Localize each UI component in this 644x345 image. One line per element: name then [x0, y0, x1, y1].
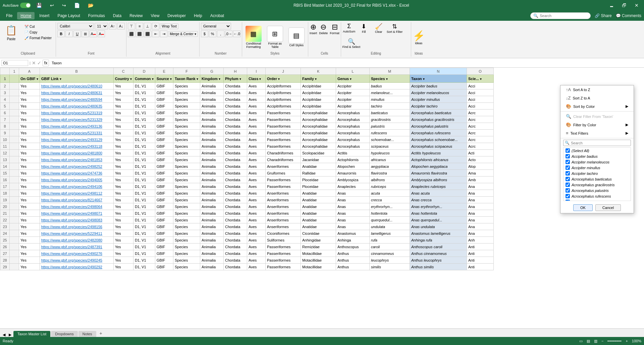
cell-r29-c12[interactable]: Anthus: [336, 264, 370, 270]
cell-r15-c10[interactable]: Gruiformes: [266, 170, 301, 177]
copy-button[interactable]: 📄 Copy: [23, 30, 53, 35]
cell-r21-c1[interactable]: Yes: [19, 210, 40, 217]
ribbon-search[interactable]: 🔍: [530, 12, 591, 19]
cell-r6-c15[interactable]: Acrc: [467, 110, 494, 116]
cell-r7-c5[interactable]: GBIF: [155, 116, 173, 123]
filter-search-box[interactable]: 🔍: [563, 140, 631, 146]
cell-r5-c15[interactable]: Acci: [467, 103, 494, 110]
cell-r12-c7[interactable]: Animalia: [200, 150, 224, 156]
cell-r4-c7[interactable]: Animalia: [200, 96, 224, 103]
align-bottom-btn[interactable]: ⊥: [144, 23, 151, 29]
cell-r11-c9[interactable]: Aves: [247, 143, 266, 150]
cell-r9-c4[interactable]: D1, V1: [133, 130, 155, 136]
cell-r3-c15[interactable]: Acci: [467, 89, 494, 96]
cell-r18-c5[interactable]: GBIF: [155, 190, 173, 197]
cell-r27-c9[interactable]: Aves: [247, 250, 266, 257]
cell-r9-c12[interactable]: Acrocephalus: [336, 130, 370, 136]
cell-r16-c9[interactable]: Aves: [247, 177, 266, 183]
col-header-A[interactable]: A: [19, 68, 40, 75]
filter-dropdown-Phylum[interactable]: ▾: [239, 77, 241, 81]
header-cell-Country[interactable]: Country ▾: [113, 75, 133, 83]
cell-r25-c10[interactable]: Suliformes: [266, 237, 301, 244]
cell-r24-c15[interactable]: Ana: [467, 230, 494, 237]
cell-styles-icon[interactable]: ▤: [288, 27, 305, 44]
cell-r10-c12[interactable]: Acrocephalus: [336, 136, 370, 143]
normal-view-btn[interactable]: ▭: [579, 339, 583, 343]
enter-formula-btn[interactable]: ✓: [37, 60, 41, 66]
menu-acrobat[interactable]: Acrobat: [207, 12, 227, 19]
page-layout-btn[interactable]: ▤: [587, 339, 590, 343]
cell-r16-c14[interactable]: Amblyospiza albifrons: [410, 177, 467, 183]
cell-r18-c3[interactable]: Yes: [113, 190, 133, 197]
cell-r20-c5[interactable]: GBIF: [155, 203, 173, 210]
cell-r29-c4[interactable]: D1, V1: [133, 264, 155, 270]
cell-r17-c9[interactable]: Aves: [247, 183, 266, 190]
cell-r16-c2[interactable]: https://www.gbif.org/species/2494005: [40, 177, 113, 183]
cell-r9-c5[interactable]: GBIF: [155, 130, 173, 136]
cell-r29-c13[interactable]: similis: [370, 264, 410, 270]
cell-r21-c4[interactable]: D1, V1: [133, 210, 155, 217]
cell-r7-c6[interactable]: Species: [173, 116, 200, 123]
cell-r8-c1[interactable]: Yes: [19, 123, 40, 130]
format-icon[interactable]: ⊟: [332, 23, 338, 31]
cell-r7-c14[interactable]: Acrocephalus gracilirostris: [410, 116, 467, 123]
cell-r3-c1[interactable]: Yes: [19, 89, 40, 96]
cell-r21-c13[interactable]: hottentota: [370, 210, 410, 217]
cell-r27-c14[interactable]: Anthus cinnamomeus: [410, 250, 467, 257]
zoom-in-btn[interactable]: +: [626, 339, 628, 343]
cell-r20-c12[interactable]: Anas: [336, 203, 370, 210]
col-header-G[interactable]: G: [200, 68, 224, 75]
cell-r18-c1[interactable]: Yes: [19, 190, 40, 197]
minimize-btn[interactable]: 🗕: [606, 2, 616, 9]
cell-r9-c3[interactable]: Yes: [113, 130, 133, 136]
cell-r21-c14[interactable]: Anas hottentota: [410, 210, 467, 217]
page-break-btn[interactable]: ▥: [594, 339, 597, 343]
cell-r13-c6[interactable]: Species: [173, 156, 200, 163]
cell-r28-c2[interactable]: https://www.gbif.org/species/2490245: [40, 257, 113, 264]
bold-btn[interactable]: B: [57, 30, 65, 37]
header-cell-Source[interactable]: Source ▾: [155, 75, 173, 83]
find-select-icon[interactable]: 🔍: [348, 38, 355, 45]
filter-dropdown-TaxonRank[interactable]: ▾: [197, 77, 198, 81]
col-header-C[interactable]: C: [113, 68, 133, 75]
cell-r19-c7[interactable]: Animalia: [200, 197, 224, 203]
cell-r17-c4[interactable]: D1, V1: [133, 183, 155, 190]
cell-r29-c9[interactable]: Aves: [247, 264, 266, 270]
cell-r5-c13[interactable]: tachiro: [370, 103, 410, 110]
cell-r3-c14[interactable]: Accipiter melanoleucos: [410, 89, 467, 96]
header-cell-Kingdom[interactable]: Kingdom ▾: [200, 75, 224, 83]
cell-r19-c3[interactable]: Yes: [113, 197, 133, 203]
cell-r4-c8[interactable]: Chordata: [224, 96, 247, 103]
filter-dropdown-Species[interactable]: ▾: [386, 77, 388, 81]
cell-r5-c6[interactable]: Species: [173, 103, 200, 110]
increase-decimal-btn[interactable]: .0→: [225, 30, 232, 37]
percent-btn[interactable]: %: [209, 30, 216, 37]
cell-r4-c9[interactable]: Aves: [247, 96, 266, 103]
cell-r3-c13[interactable]: melanoleuc...: [370, 89, 410, 96]
filter-item-2[interactable]: Accipiter minullus: [564, 165, 631, 170]
cell-r4-c15[interactable]: Acci: [467, 96, 494, 103]
cell-r2-c11[interactable]: Accipitridae: [301, 83, 336, 89]
sort-by-color-item[interactable]: 🎨 Sort by Color ▶: [560, 102, 634, 111]
tab-taxon-master-list[interactable]: Taxon Master List: [13, 331, 50, 337]
menu-file[interactable]: File: [3, 12, 16, 19]
cell-r29-c10[interactable]: Passeriformes: [266, 264, 301, 270]
cell-r26-c5[interactable]: GBIF: [155, 244, 173, 250]
cell-r4-c6[interactable]: Species: [173, 96, 200, 103]
cell-r21-c9[interactable]: Aves: [247, 210, 266, 217]
redo-btn[interactable]: ↪: [59, 2, 69, 9]
cell-r24-c1[interactable]: Yes: [19, 230, 40, 237]
cell-r25-c13[interactable]: rufa: [370, 237, 410, 244]
cell-r15-c3[interactable]: Yes: [113, 170, 133, 177]
cell-r10-c15[interactable]: Acrc: [467, 136, 494, 143]
cell-r17-c5[interactable]: GBIF: [155, 183, 173, 190]
filter-search-input[interactable]: [571, 141, 629, 145]
cell-r20-c6[interactable]: Species: [173, 203, 200, 210]
filter-item-7[interactable]: Acrocephalus rufescens: [564, 193, 631, 199]
cell-r25-c2[interactable]: https://www.gbif.org/species/2482080: [40, 237, 113, 244]
cell-r11-c6[interactable]: Species: [173, 143, 200, 150]
cell-r23-c11[interactable]: Anatidae: [301, 223, 336, 230]
cell-r22-c3[interactable]: Yes: [113, 217, 133, 223]
align-left-btn[interactable]: ⬛: [128, 30, 135, 37]
header-cell-Order[interactable]: Order ▾: [266, 75, 301, 83]
